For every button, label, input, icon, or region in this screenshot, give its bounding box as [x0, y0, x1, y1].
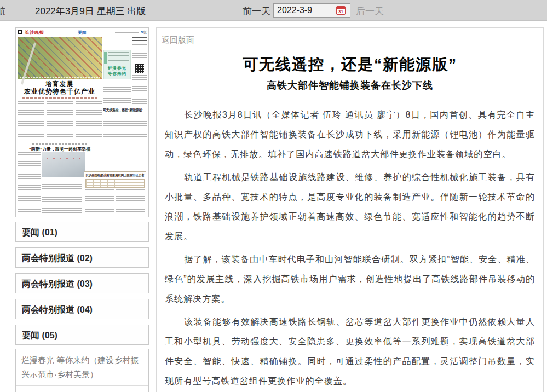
thumb-main-headline-line2: 农业优势特色千亿产业	[18, 88, 102, 95]
thumb-mid-kicker-line	[32, 143, 87, 145]
article-subtitle: 高铁大部件智能铺换装备在长沙下线	[157, 79, 543, 92]
thumb-subhead-line	[22, 97, 97, 99]
thumb-mid-headline-text: “两新”力量，跟党一起创享幸福	[18, 146, 102, 152]
sidebar: 长沙晚报 要闻 5版 烂漫春光 等你来约	[15, 27, 149, 392]
sidebar-item-page-03[interactable]: 两会特别报道 (03)	[15, 273, 149, 293]
simulated-text-column	[47, 101, 73, 141]
simulated-text-lines	[132, 75, 147, 106]
calendar-icon-day: 31	[337, 9, 345, 14]
article-link-list: 烂漫春光 等你来约（建设乡村振兴示范市·乡村美景） 培育发展农业优势特色千亿产业	[15, 349, 149, 392]
simulated-text-column	[116, 189, 145, 217]
simulated-text-column	[42, 180, 82, 214]
next-day-button-disabled: 后一天	[356, 5, 384, 18]
previous-day-button[interactable]: 前一天	[243, 5, 270, 18]
thumb-main-headline: 培育发展 农业优势特色千亿产业	[18, 80, 102, 95]
simulated-text-column	[85, 189, 114, 217]
promo-box: 烂漫春光 等你来约	[103, 50, 131, 79]
worker-photo	[42, 152, 85, 177]
land-notice-title: 长沙县国有建设用地使用权网上挂牌出让公告	[85, 173, 139, 178]
photo-road-shape	[21, 42, 37, 84]
calendar-icon[interactable]: 31	[336, 6, 346, 15]
article-title: 可无线遥控，还是“新能源版”	[157, 54, 543, 75]
simulated-headline-lines	[132, 37, 147, 43]
land-notice-box: 长沙县国有建设用地使用权网上挂牌出让公告	[84, 171, 146, 215]
article-link[interactable]: 培育发展农业优势特色千亿产业	[16, 385, 148, 392]
promo-line2: 等你来约	[104, 71, 130, 77]
thumb-main-headline-line1: 培育发展	[18, 80, 102, 88]
toolbar: 航 2022年3月9日 星期三 出版 前一天 31 后一天	[0, 0, 547, 21]
thumb-text-columns	[18, 101, 102, 141]
page-nav-list: 要闻 (01) 两会特别报道 (02) 两会特别报道 (03) 两会特别报道 (…	[15, 222, 149, 392]
newspaper-page-thumbnail[interactable]: 长沙晚报 要闻 5版 烂漫春光 等你来约	[15, 27, 149, 217]
thumb-page-number: 5版	[141, 30, 147, 35]
promo-text-lines	[108, 52, 129, 64]
page-number-suffix: 版	[143, 30, 147, 34]
thumb-side-headline: 可无线遥控，还是“新能源版”	[103, 108, 145, 113]
back-to-layout-link[interactable]: 返回版面	[162, 35, 194, 45]
article-panel: 返回版面 可无线遥控，还是“新能源版” 高铁大部件智能铺换装备在长沙下线 长沙晚…	[156, 27, 544, 392]
nav-label-partial[interactable]: 航	[0, 5, 5, 18]
thumb-masthead: 长沙晚报 要闻 5版	[18, 29, 147, 36]
article-paragraph: 据了解，该装备由中车时代电子和山河智能联合研制。双方紧扣“智能、安全、精准、绿色…	[165, 250, 535, 309]
app-window: 航 2022年3月9日 星期三 出版 前一天 31 后一天 长沙晚报 要闻 5版	[0, 0, 547, 392]
simulated-text-lines	[103, 83, 131, 106]
aerial-village-photo	[18, 37, 102, 79]
qr-code	[135, 64, 144, 73]
simulated-text-lines	[132, 44, 147, 62]
simulated-text-column	[18, 152, 41, 214]
land-notice-text	[85, 189, 145, 217]
article-paragraph: 该装备能够有效解决高速铁路长钢轨、岔芯等道岔大部件更换作业中仍然依赖大量人工和小…	[165, 312, 535, 391]
article-body: 长沙晚报3月8日讯（全媒体记者 伍玲 通讯员 廖宁）8日，国内首创、具有完全自主…	[165, 105, 535, 392]
simulated-text-lines	[103, 119, 147, 143]
thumb-right-column	[132, 37, 147, 106]
simulated-text-column	[76, 101, 102, 141]
article-paragraph: 轨道工程机械是铁路基础设施线路建设、维修、养护的综合性机械化施工装备，具有小批量…	[165, 168, 535, 246]
article-paragraph: 长沙晚报3月8日讯（全媒体记者 伍玲 通讯员 廖宁）8日，国内首创、具有完全自主…	[165, 105, 535, 164]
article-link[interactable]: 烂漫春光 等你来约（建设乡村振兴示范市·乡村美景）	[16, 349, 148, 385]
toolbar-divider	[22, 0, 22, 20]
simulated-text-column	[18, 101, 44, 141]
sidebar-item-page-02[interactable]: 两会特别报道 (02)	[15, 247, 149, 268]
land-notice-table	[85, 179, 145, 188]
publish-date-label: 2022年3月9日 星期三 出版	[35, 5, 146, 18]
photo-caption-lines	[20, 77, 100, 78]
promo-title: 烂漫春光 等你来约	[104, 66, 130, 77]
masthead-date-lines	[115, 31, 139, 34]
sidebar-item-page-01[interactable]: 要闻 (01)	[15, 222, 149, 242]
promo-line1: 烂漫春光	[104, 66, 130, 71]
thumb-mid-headline: “两新”力量，跟党一起创享幸福	[18, 143, 102, 152]
promo-tag	[104, 52, 107, 64]
sidebar-item-page-05[interactable]: 要闻 (05)	[15, 325, 149, 345]
sidebar-item-page-04[interactable]: 两会特别报道 (04)	[15, 299, 149, 319]
